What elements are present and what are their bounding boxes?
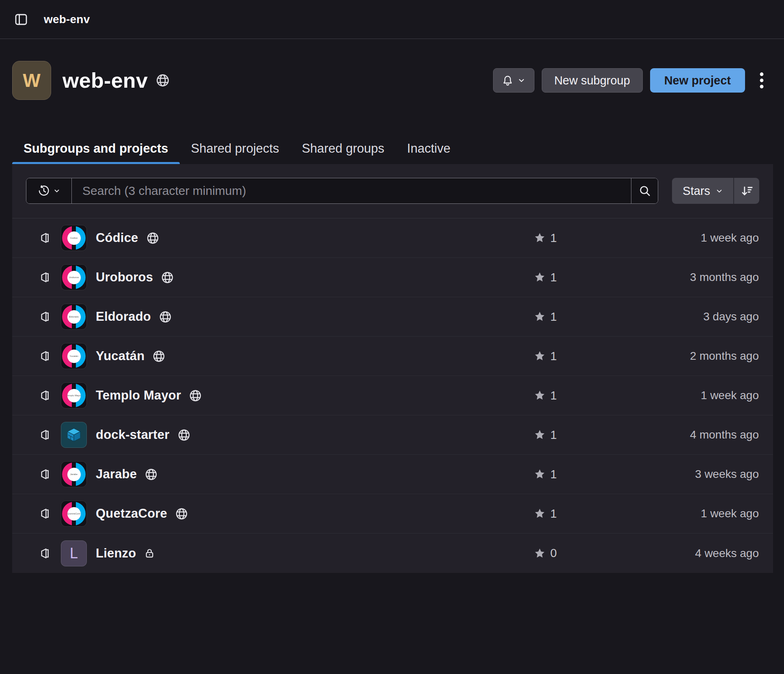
tab-inactive[interactable]: Inactive: [396, 133, 462, 164]
globe-icon: [189, 389, 202, 402]
chevron-down-icon: [518, 77, 525, 84]
row-meta: 0 4 weeks ago: [534, 547, 759, 560]
updated-label: 3 days ago: [703, 310, 759, 323]
project-row[interactable]: L Lienzo: [12, 534, 773, 573]
star-block[interactable]: 1: [534, 310, 557, 324]
project-row[interactable]: Codice Códice: [12, 218, 773, 258]
avatar-letter-text: L: [70, 545, 78, 562]
project-name[interactable]: Templo Mayor: [96, 388, 181, 403]
project-name[interactable]: Códice: [96, 231, 138, 245]
chevron-down-icon: [716, 188, 723, 194]
more-actions-button[interactable]: [752, 68, 771, 93]
avatar-logo-text: QuetzaCore: [67, 507, 81, 521]
star-block[interactable]: 1: [534, 389, 557, 402]
tab-shared-groups[interactable]: Shared groups: [291, 133, 396, 164]
project-type-icon: [39, 232, 51, 244]
star-count: 1: [550, 389, 557, 402]
project-type-icon: [39, 508, 51, 520]
star-block[interactable]: 1: [534, 428, 557, 442]
star-count: 1: [550, 507, 557, 521]
project-row[interactable]: dock-starter: [12, 415, 773, 455]
topbar-context-title: web-env: [44, 13, 90, 26]
project-avatar-logo: Jarabe: [61, 461, 87, 487]
tab-subgroups-and-projects[interactable]: Subgroups and projects: [12, 133, 180, 164]
sort-by-dropdown[interactable]: Stars: [672, 178, 733, 204]
logo-disc: Templo Mayor: [62, 384, 86, 407]
star-icon: [534, 508, 545, 519]
project-avatar-logo: QuetzaCore: [61, 501, 87, 527]
project-type-icon: [39, 350, 51, 362]
avatar-logo-text: Yucatán: [67, 350, 81, 363]
search-history-dropdown[interactable]: [26, 178, 72, 203]
project-avatar-letter: L: [61, 540, 87, 566]
star-block[interactable]: 1: [534, 231, 557, 245]
project-type-icon: [39, 311, 51, 323]
project-type-icon: [39, 468, 51, 480]
star-block[interactable]: 1: [534, 468, 557, 481]
project-name[interactable]: Yucatán: [96, 349, 144, 363]
star-block[interactable]: 1: [534, 507, 557, 521]
search-icon: [639, 185, 651, 197]
search-submit-button[interactable]: [631, 178, 658, 203]
star-block[interactable]: 0: [534, 547, 557, 560]
row-meta: 1 4 months ago: [534, 428, 759, 442]
star-block[interactable]: 1: [534, 271, 557, 284]
search-input[interactable]: [72, 178, 631, 203]
updated-label: 1 week ago: [701, 507, 759, 520]
lock-icon: [144, 548, 155, 559]
project-name[interactable]: Uroboros: [96, 270, 153, 285]
notifications-button[interactable]: [493, 68, 534, 93]
project-row[interactable]: Eldorado Eldorado: [12, 297, 773, 337]
project-name[interactable]: Jarabe: [96, 467, 137, 482]
row-meta: 1 1 week ago: [534, 389, 759, 402]
row-meta: 1 3 days ago: [534, 310, 759, 324]
star-block[interactable]: 1: [534, 350, 557, 363]
globe-icon: [145, 468, 157, 481]
avatar-logo-text: Jarabe: [67, 468, 81, 481]
project-row[interactable]: Jarabe Jarabe: [12, 455, 773, 494]
history-icon: [38, 185, 50, 197]
project-row[interactable]: Uroboros Uroboros: [12, 258, 773, 297]
project-list: Codice Códice: [12, 218, 773, 573]
kebab-menu-icon: [759, 71, 765, 89]
cube-icon: [65, 426, 83, 444]
project-row[interactable]: QuetzaCore QuetzaCore: [12, 494, 773, 534]
star-icon: [534, 390, 545, 401]
globe-icon: [159, 311, 172, 323]
project-row[interactable]: Templo Mayor Templo Mayor: [12, 376, 773, 415]
avatar-logo-text: Eldorado: [67, 310, 81, 324]
star-count: 1: [550, 231, 557, 245]
project-name[interactable]: QuetzaCore: [96, 506, 167, 521]
project-name[interactable]: dock-starter: [96, 428, 170, 442]
new-project-button[interactable]: New project: [650, 68, 745, 93]
project-name[interactable]: Lienzo: [96, 546, 136, 561]
page-title: web-env: [62, 68, 148, 93]
project-avatar-logo: Yucatán: [61, 343, 87, 369]
sort-descending-icon: [741, 185, 753, 197]
updated-label: 1 week ago: [701, 389, 759, 402]
logo-disc: Yucatán: [62, 344, 86, 368]
star-icon: [534, 350, 545, 362]
star-count: 1: [550, 271, 557, 284]
sidebar-toggle-button[interactable]: [13, 11, 29, 28]
logo-disc: Eldorado: [62, 305, 86, 328]
star-count: 0: [550, 547, 557, 560]
avatar-logo-text: Codice: [67, 231, 81, 245]
project-row[interactable]: Yucatán Yucatán: [12, 337, 773, 376]
sort-direction-button[interactable]: [733, 178, 759, 204]
updated-label: 3 weeks ago: [695, 468, 759, 481]
new-subgroup-button[interactable]: New subgroup: [542, 68, 643, 93]
globe-icon: [161, 271, 174, 284]
avatar-logo-text: Uroboros: [67, 271, 81, 284]
updated-label: 4 months ago: [690, 428, 759, 441]
tab-shared-projects[interactable]: Shared projects: [180, 133, 291, 164]
project-avatar-logo: Codice: [61, 225, 87, 251]
star-icon: [534, 548, 545, 559]
project-type-icon: [39, 547, 51, 560]
star-count: 1: [550, 468, 557, 481]
star-icon: [534, 469, 545, 480]
row-meta: 1 3 weeks ago: [534, 468, 759, 481]
group-avatar: W: [12, 61, 51, 100]
project-name[interactable]: Eldorado: [96, 309, 151, 324]
star-count: 1: [550, 350, 557, 363]
